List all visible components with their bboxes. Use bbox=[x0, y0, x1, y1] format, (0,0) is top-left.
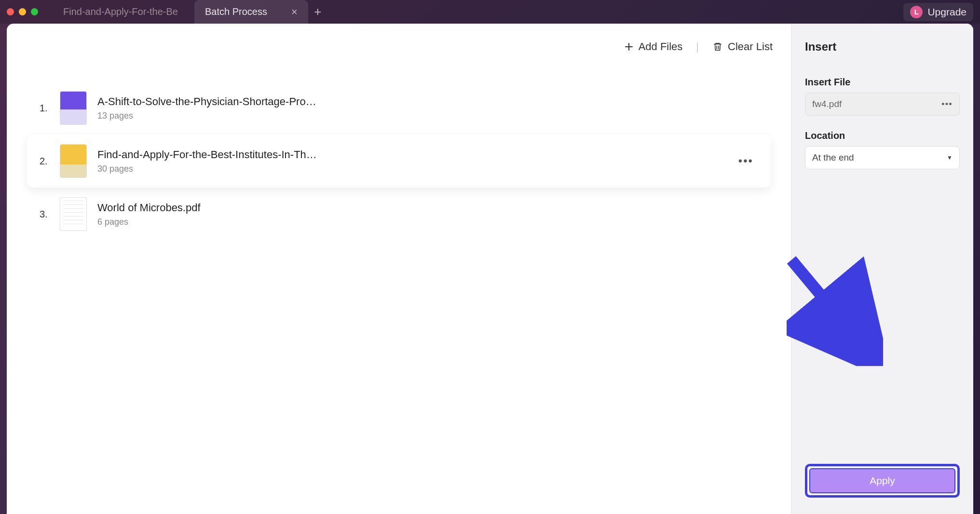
insert-file-field[interactable]: fw4.pdf ••• bbox=[805, 93, 960, 116]
item-number: 2. bbox=[40, 156, 49, 167]
file-meta: A-Shift-to-Solve-the-Physician-Shortage-… bbox=[97, 95, 758, 121]
avatar: L bbox=[910, 6, 923, 18]
list-item[interactable]: 1. A-Shift-to-Solve-the-Physician-Shorta… bbox=[27, 81, 771, 135]
file-thumbnail bbox=[60, 197, 87, 231]
close-tab-icon[interactable]: × bbox=[291, 6, 298, 18]
insert-file-label: Insert File bbox=[805, 77, 960, 88]
tab-strip: Find-and-Apply-For-the-Be Batch Process … bbox=[53, 0, 327, 24]
toolbar: Add Files | Clear List bbox=[7, 24, 791, 70]
trash-icon bbox=[712, 41, 723, 52]
file-list: 1. A-Shift-to-Solve-the-Physician-Shorta… bbox=[7, 70, 791, 252]
file-meta: Find-and-Apply-For-the-Best-Institutes-I… bbox=[97, 149, 728, 174]
item-more-icon[interactable]: ••• bbox=[738, 154, 758, 168]
file-pages: 30 pages bbox=[97, 164, 728, 174]
item-number: 3. bbox=[40, 209, 49, 220]
list-item[interactable]: 2. Find-and-Apply-For-the-Best-Institute… bbox=[27, 135, 771, 188]
clear-list-button[interactable]: Clear List bbox=[712, 41, 773, 53]
location-label: Location bbox=[805, 130, 960, 141]
annotation-arrow bbox=[787, 255, 883, 368]
tab-find-and-apply[interactable]: Find-and-Apply-For-the-Be bbox=[53, 0, 194, 24]
clear-list-label: Clear List bbox=[728, 41, 773, 53]
file-pages: 6 pages bbox=[97, 217, 758, 227]
add-files-button[interactable]: Add Files bbox=[624, 41, 683, 53]
window-titlebar: Find-and-Apply-For-the-Be Batch Process … bbox=[0, 0, 980, 24]
file-name: A-Shift-to-Solve-the-Physician-Shortage-… bbox=[97, 95, 319, 108]
traffic-lights bbox=[7, 8, 38, 15]
apply-highlight: Apply bbox=[805, 464, 960, 498]
main-pane: Add Files | Clear List 1. A-Shift-to-Sol… bbox=[7, 24, 791, 514]
side-panel: Insert Insert File fw4.pdf ••• Location … bbox=[791, 24, 973, 514]
close-window-button[interactable] bbox=[7, 8, 14, 15]
apply-button[interactable]: Apply bbox=[809, 468, 955, 493]
file-name: Find-and-Apply-For-the-Best-Institutes-I… bbox=[97, 149, 319, 161]
upgrade-button[interactable]: L Upgrade bbox=[903, 3, 973, 21]
tab-label: Find-and-Apply-For-the-Be bbox=[63, 6, 184, 17]
plus-icon bbox=[624, 42, 634, 52]
location-select[interactable]: At the end ▼ bbox=[805, 146, 960, 169]
item-number: 1. bbox=[40, 103, 49, 114]
minimize-window-button[interactable] bbox=[19, 8, 26, 15]
file-name: World of Microbes.pdf bbox=[97, 202, 319, 214]
svg-line-0 bbox=[791, 260, 864, 347]
new-tab-button[interactable]: + bbox=[308, 0, 327, 24]
chevron-down-icon: ▼ bbox=[947, 154, 953, 161]
more-options-icon[interactable]: ••• bbox=[941, 99, 953, 109]
tab-batch-process[interactable]: Batch Process × bbox=[194, 0, 308, 24]
location-value: At the end bbox=[812, 152, 854, 163]
file-thumbnail bbox=[60, 91, 87, 125]
file-meta: World of Microbes.pdf 6 pages bbox=[97, 202, 758, 227]
app-window: Add Files | Clear List 1. A-Shift-to-Sol… bbox=[7, 24, 973, 514]
file-thumbnail bbox=[60, 144, 87, 178]
fullscreen-window-button[interactable] bbox=[31, 8, 38, 15]
list-item[interactable]: 3. World of Microbes.pdf 6 pages bbox=[27, 188, 771, 241]
insert-file-value: fw4.pdf bbox=[812, 99, 842, 109]
panel-title: Insert bbox=[805, 40, 960, 54]
toolbar-separator: | bbox=[696, 41, 699, 53]
file-pages: 13 pages bbox=[97, 111, 758, 121]
add-files-label: Add Files bbox=[639, 41, 683, 53]
upgrade-label: Upgrade bbox=[927, 6, 966, 18]
tab-label: Batch Process bbox=[205, 6, 267, 17]
